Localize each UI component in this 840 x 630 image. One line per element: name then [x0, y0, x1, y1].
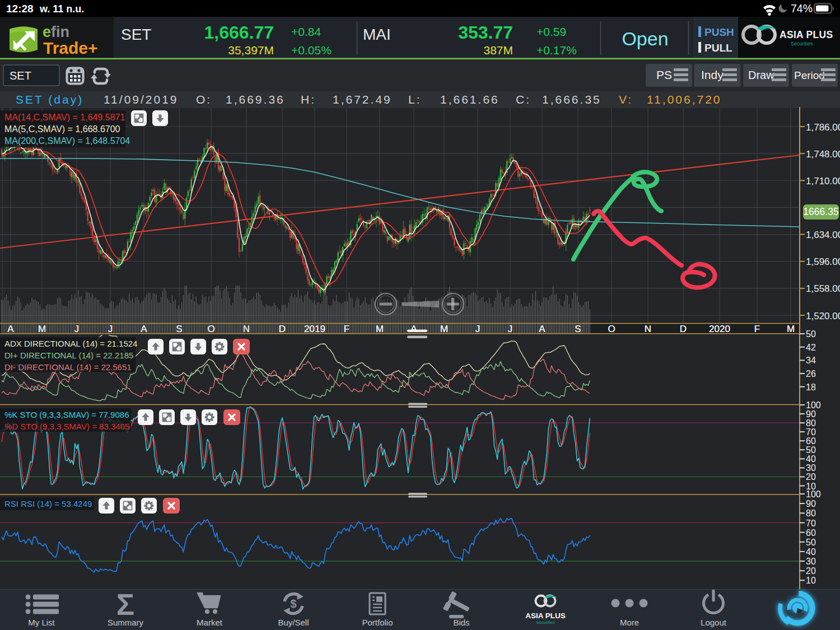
svg-text:A: A [410, 324, 417, 334]
svg-text:20: 20 [806, 566, 816, 576]
svg-text:D: D [279, 324, 286, 334]
svg-text:C:: C: [516, 93, 531, 106]
svg-text:50: 50 [806, 445, 816, 455]
svg-text:S: S [176, 324, 182, 334]
svg-text:90: 90 [806, 409, 816, 419]
svg-text:Buy/Sell: Buy/Sell [278, 618, 309, 627]
svg-text:M: M [38, 324, 46, 334]
svg-text:J: J [108, 324, 113, 334]
svg-text:RSI RSI (14) = 53.4249: RSI RSI (14) = 53.4249 [4, 499, 92, 508]
svg-text:MA(14,C,SMAV) = 1,649.5871: MA(14,C,SMAV) = 1,649.5871 [4, 113, 125, 122]
svg-text:353.77: 353.77 [458, 22, 513, 43]
svg-text:35,397M: 35,397M [228, 44, 274, 57]
svg-text:MAI: MAI [363, 26, 391, 43]
svg-text:H:: H: [301, 93, 316, 106]
svg-text:1,558.00: 1,558.00 [806, 283, 840, 294]
svg-text:M: M [376, 324, 384, 334]
svg-text:60: 60 [806, 528, 816, 538]
svg-text:Market: Market [197, 618, 223, 627]
svg-text:ASIA PLUS: ASIA PLUS [780, 29, 833, 40]
svg-text:42: 42 [806, 343, 816, 352]
svg-text:SET: SET [10, 69, 31, 82]
svg-text:100: 100 [806, 400, 821, 410]
svg-text:MA(5,C,SMAV) = 1,668.6700: MA(5,C,SMAV) = 1,668.6700 [4, 124, 120, 134]
svg-text:1,710.00: 1,710.00 [806, 176, 840, 186]
svg-text:efin: efin [43, 24, 69, 40]
svg-text:70: 70 [806, 519, 816, 528]
svg-text:Indy: Indy [701, 68, 724, 81]
svg-text:N: N [645, 324, 651, 334]
svg-text:M: M [787, 324, 795, 334]
svg-text:O: O [207, 324, 214, 334]
svg-text:387M: 387M [483, 44, 513, 57]
svg-text:$: $ [290, 598, 296, 610]
svg-text:Period: Period [794, 69, 825, 81]
svg-text:1,748.00: 1,748.00 [806, 149, 840, 160]
svg-text:ADX DIRECTIONAL (14) = 21.1524: ADX DIRECTIONAL (14) = 21.1524 [4, 339, 137, 348]
svg-text:Securities: Securities [791, 41, 813, 46]
svg-text:1,786.00: 1,786.00 [806, 122, 840, 133]
svg-text:50: 50 [806, 538, 816, 547]
svg-text:+0.17%: +0.17% [536, 44, 577, 57]
svg-text:100: 100 [806, 489, 821, 499]
svg-text:74%: 74% [791, 2, 813, 15]
svg-text:Trade+: Trade+ [43, 39, 98, 57]
svg-text:ASIA PLUS: ASIA PLUS [525, 612, 566, 620]
svg-text:2019: 2019 [304, 324, 325, 334]
svg-text:1,596.00: 1,596.00 [806, 256, 840, 267]
svg-text:SET: SET [121, 26, 151, 43]
svg-text:+0.84: +0.84 [291, 25, 321, 38]
svg-text:Bids: Bids [453, 618, 469, 627]
svg-text:D: D [680, 324, 687, 334]
svg-text:DI- DIRECTIONAL (14) = 22.5651: DI- DIRECTIONAL (14) = 22.5651 [4, 362, 132, 372]
svg-text:PULL: PULL [704, 42, 732, 54]
svg-text:S: S [575, 324, 581, 334]
svg-text:SET (day): SET (day) [16, 93, 83, 106]
svg-text:J: J [508, 324, 513, 334]
svg-text:34: 34 [806, 356, 816, 365]
svg-text:O:: O: [196, 93, 212, 106]
svg-text:2020: 2020 [709, 324, 730, 334]
svg-text:90: 90 [806, 499, 816, 508]
svg-text:+0.05%: +0.05% [291, 44, 332, 57]
svg-text:12:28: 12:28 [6, 3, 34, 15]
svg-text:80: 80 [806, 418, 816, 428]
svg-text:1,634.00: 1,634.00 [806, 230, 840, 240]
svg-text:Portfolio: Portfolio [362, 618, 393, 627]
svg-text:1,666.35: 1,666.35 [542, 93, 601, 106]
svg-text:11/09/2019: 11/09/2019 [104, 93, 179, 106]
svg-text:DI+ DIRECTIONAL (14) = 22.2185: DI+ DIRECTIONAL (14) = 22.2185 [4, 351, 133, 360]
svg-text:More: More [620, 618, 639, 627]
svg-text:1,666.77: 1,666.77 [204, 22, 274, 43]
svg-text:11,006,720: 11,006,720 [647, 93, 722, 106]
svg-text:Open: Open [622, 28, 668, 49]
svg-text:w. 11 n.u.: w. 11 n.u. [39, 3, 84, 15]
svg-text:Summary: Summary [108, 618, 144, 627]
svg-text:My List: My List [28, 618, 55, 627]
svg-text:1,520.00: 1,520.00 [806, 311, 840, 321]
svg-text:1,669.36: 1,669.36 [226, 93, 285, 106]
svg-text:A: A [7, 324, 14, 334]
svg-text:Logout: Logout [701, 618, 727, 627]
svg-text:V:: V: [619, 93, 633, 106]
svg-text:O: O [608, 324, 615, 334]
svg-text:F: F [344, 324, 349, 334]
svg-text:J: J [74, 324, 80, 334]
svg-text:M: M [440, 324, 448, 334]
svg-text:1,672.49: 1,672.49 [333, 93, 392, 106]
svg-text:10: 10 [806, 576, 816, 585]
svg-text:N: N [243, 324, 250, 334]
svg-text:26: 26 [806, 369, 816, 379]
svg-text:30: 30 [806, 463, 816, 473]
svg-text:Draw: Draw [748, 69, 774, 81]
svg-text:F: F [754, 324, 760, 334]
svg-text:40: 40 [806, 547, 816, 557]
svg-text:L:: L: [408, 93, 422, 106]
svg-text:70: 70 [806, 427, 816, 437]
svg-text:A: A [539, 324, 545, 334]
svg-text:Σ: Σ [116, 587, 134, 621]
svg-text:40: 40 [806, 454, 816, 464]
svg-text:PUSH: PUSH [704, 26, 734, 38]
svg-text:50: 50 [806, 329, 816, 339]
svg-text:30: 30 [806, 557, 816, 566]
